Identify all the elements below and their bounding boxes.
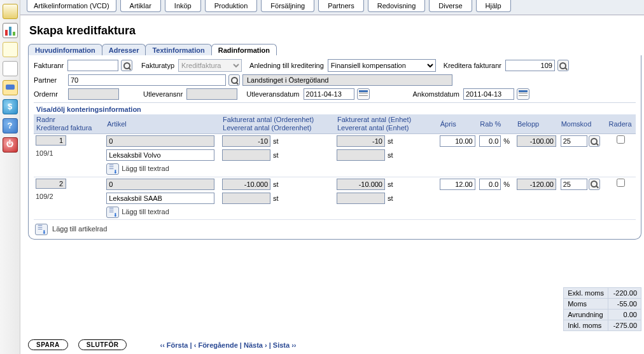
menu-artikelinfo[interactable]: Artikelinformation (VCD) xyxy=(27,0,116,12)
add-textrad-label[interactable]: Lägg till textrad xyxy=(122,165,169,172)
exkl-label: Exkl. moms xyxy=(564,288,608,299)
add-textrad-icon[interactable] xyxy=(106,207,119,218)
note-icon[interactable] xyxy=(3,42,18,57)
exkl-value: -220.00 xyxy=(608,288,641,299)
add-textrad-label[interactable]: Lägg till textrad xyxy=(122,207,169,215)
col-lev-order: Levererat antal (Orderenhet) xyxy=(223,124,332,132)
partner-name-display: Landstinget i Östergötland xyxy=(242,74,452,86)
momskod-input[interactable] xyxy=(561,135,587,147)
avrundning-label: Avrundning xyxy=(564,310,608,320)
chart-icon[interactable] xyxy=(3,23,18,38)
pager-first[interactable]: ‹‹ Första xyxy=(160,341,188,349)
help-icon[interactable] xyxy=(3,118,18,133)
fakturanr-lookup-icon[interactable] xyxy=(121,60,132,71)
currency-icon[interactable] xyxy=(3,99,18,114)
ankomstdatum-input[interactable] xyxy=(463,88,514,100)
col-radera: Radera xyxy=(606,114,636,134)
anledning-select[interactable]: Finansiell kompensation xyxy=(328,59,436,72)
menu-redovisning[interactable]: Redovisning xyxy=(368,0,426,12)
unit-label: st xyxy=(273,151,279,159)
unit-label: st xyxy=(273,194,279,202)
lev-enhet-input xyxy=(337,193,385,204)
add-artikelrad-icon[interactable] xyxy=(35,224,48,235)
col-apris: Ápris xyxy=(438,114,478,134)
fakturanr-input[interactable] xyxy=(67,60,118,71)
add-textrad-icon[interactable] xyxy=(106,163,119,175)
unit-label: st xyxy=(388,180,393,188)
kreditera-input[interactable] xyxy=(505,60,555,71)
fakturanr-label: Fakturanr xyxy=(34,62,64,69)
table-row: 2stst% xyxy=(34,177,636,191)
lev-order-input xyxy=(222,149,270,161)
anledning-label: Anledning till kreditering xyxy=(249,62,324,69)
momskod-input[interactable] xyxy=(561,179,587,190)
pager-last[interactable]: Sista ›› xyxy=(273,341,297,349)
document-icon[interactable] xyxy=(3,61,18,76)
partner-lookup-icon[interactable] xyxy=(228,74,240,86)
unit-label: st xyxy=(388,194,393,202)
radera-checkbox[interactable] xyxy=(617,179,625,187)
utleveransdatum-input[interactable] xyxy=(304,88,354,100)
slutfor-button[interactable]: SLUTFÖR xyxy=(78,339,127,350)
col-lev-enhet: Levererat antal (Enhet) xyxy=(337,124,435,132)
totals-box: Exkl. moms-220.00 Moms-55.00 Avrundning0… xyxy=(563,287,641,331)
pct-label: % xyxy=(503,180,510,188)
col-artikel: Artikel xyxy=(104,114,220,134)
rab-input[interactable] xyxy=(479,179,501,190)
kreditera-label: Kreditera fakturanr xyxy=(444,62,501,69)
tab-textinformation[interactable]: Textinformation xyxy=(145,44,211,55)
menu-inkop[interactable]: Inköp xyxy=(165,0,201,12)
tab-adresser[interactable]: Adresser xyxy=(102,44,146,55)
partner-input[interactable] xyxy=(68,74,226,86)
unit-label: st xyxy=(273,180,279,188)
avrundning-value: 0.00 xyxy=(608,310,641,320)
page-title: Skapa kreditfaktura xyxy=(29,24,644,37)
row-number: 1 xyxy=(36,135,66,146)
artikel-name-input[interactable] xyxy=(106,193,214,204)
fakturatyp-select: Kreditfaktura xyxy=(178,59,242,72)
menu-partners[interactable]: Partners xyxy=(318,0,364,12)
truck-icon[interactable] xyxy=(3,80,18,95)
table-row: 1stst% xyxy=(34,134,636,149)
add-artikelrad-label[interactable]: Lägg till artikelrad xyxy=(52,225,107,233)
pager-next[interactable]: Nästa › xyxy=(244,341,267,349)
line-grid: RadnrKrediterad faktura Artikel Fakturer… xyxy=(34,114,636,220)
menu-produktion[interactable]: Produktion xyxy=(205,0,258,12)
toggle-kontering[interactable]: Visa/dölj konteringsinformation xyxy=(34,102,636,114)
apris-input[interactable] xyxy=(440,135,475,147)
radera-checkbox[interactable] xyxy=(617,135,625,144)
utleveransdatum-calendar-icon[interactable] xyxy=(357,88,370,100)
ankomstdatum-label: Ankomstdatum xyxy=(413,90,459,98)
table-row: 109/2stst xyxy=(34,191,636,205)
rab-input[interactable] xyxy=(479,135,501,147)
belopp-input xyxy=(517,135,556,147)
momskod-lookup-icon[interactable] xyxy=(589,179,600,190)
tab-huvudinformation[interactable]: Huvudinformation xyxy=(28,44,102,55)
apris-input[interactable] xyxy=(440,179,475,190)
artikel-name-input[interactable] xyxy=(106,149,214,161)
momskod-lookup-icon[interactable] xyxy=(589,135,600,147)
ankomstdatum-calendar-icon[interactable] xyxy=(517,88,529,100)
col-fakt-order: Fakturerat antal (Orderenhet) xyxy=(223,116,332,124)
spara-button[interactable]: SPARA xyxy=(28,339,68,350)
tab-radinformation[interactable]: Radinformation xyxy=(211,44,277,55)
pct-label: % xyxy=(503,137,510,145)
menu-artiklar[interactable]: Artiklar xyxy=(120,0,161,12)
menu-forsaljning[interactable]: Försäljning xyxy=(261,0,314,12)
col-rab: Rab % xyxy=(477,114,515,134)
left-rail xyxy=(0,0,20,354)
lev-order-input xyxy=(222,193,270,204)
table-row: 109/1stst xyxy=(34,148,636,162)
power-icon[interactable] xyxy=(3,137,18,153)
utleveransnr-label: Utleveransnr xyxy=(143,90,183,98)
unit-label: st xyxy=(273,137,279,145)
krediterad-ref: 109/1 xyxy=(36,149,53,157)
belopp-input xyxy=(517,179,556,190)
pager-prev[interactable]: ‹ Föregående xyxy=(194,341,238,349)
kreditera-lookup-icon[interactable] xyxy=(557,60,569,71)
menu-diverse[interactable]: Diverse xyxy=(429,0,472,12)
menu-hjalp[interactable]: Hjälp xyxy=(476,0,511,12)
unit-label: st xyxy=(388,151,393,159)
cart-icon[interactable] xyxy=(3,4,18,19)
row-number: 2 xyxy=(36,179,66,189)
